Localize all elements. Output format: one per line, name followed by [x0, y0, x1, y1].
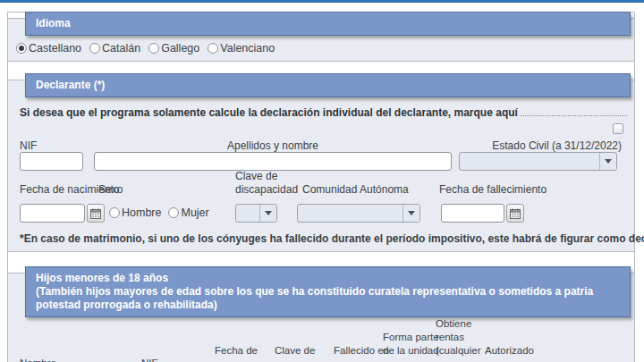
hijos-col-clave-discapacidad: Clave de [275, 345, 315, 356]
calendar-icon [90, 208, 101, 219]
sexo-radio-group: Hombre Mujer [109, 206, 209, 219]
hijos-col-obtiene-rentas-line2: rentas [436, 332, 464, 342]
chevron-down-icon [408, 211, 415, 215]
comunidad-select[interactable] [297, 204, 420, 223]
fecha-fallecimiento-label: Fecha de fallecimiento [439, 183, 547, 196]
clave-discapacidad-label-line2: discapacidad [235, 183, 298, 196]
fecha-nacimiento-calendar-button[interactable] [87, 204, 105, 223]
form-frame: Idioma Castellano Catalán Gallego Valen [7, 12, 635, 362]
estado-civil-dropdown-button[interactable] [599, 153, 616, 170]
sexo-option-hombre[interactable]: Hombre [109, 206, 161, 219]
idioma-option-catalan[interactable]: Catalán [89, 42, 140, 55]
fecha-fallecimiento-calendar-button[interactable] [506, 204, 524, 223]
section-idioma: Idioma Castellano Catalán Gallego Valen [8, 18, 634, 62]
idioma-radio-group: Castellano Catalán Gallego Valenciano [16, 42, 275, 55]
hijos-col-obtiene-rentas-line3: (cualquier [436, 345, 481, 356]
chevron-down-icon [605, 159, 612, 164]
hijos-col-forma-parte-line2: de la unidad [383, 345, 439, 356]
fecha-nacimiento-input[interactable] [20, 204, 85, 223]
sexo-label: Sexo [98, 183, 123, 196]
idioma-option-valenciano[interactable]: Valenciano [208, 42, 275, 55]
fecha-fallecimiento-input[interactable] [441, 204, 504, 223]
individual-declaration-checkbox[interactable] [613, 123, 623, 134]
hijos-col-fecha-nacimiento: Fecha de [215, 345, 258, 356]
hijos-col-obtiene-rentas: Obtiene [436, 318, 471, 329]
estado-civil-select[interactable] [459, 152, 617, 171]
individual-declaration-row: Si desea que el programa solamente calcu… [20, 106, 628, 119]
dotted-leader [520, 115, 628, 116]
radio-hombre-icon[interactable] [109, 207, 120, 218]
section-hijos: Hijos menores de 18 años (También hijos … [8, 273, 634, 362]
radio-castellano-icon[interactable] [16, 43, 27, 54]
radio-catalan-icon[interactable] [89, 43, 100, 54]
apellidos-input[interactable] [94, 152, 452, 171]
section-hijos-title-line2: (También hijos mayores de edad sobre los… [36, 285, 620, 312]
top-accent-bar [0, 0, 644, 3]
estado-civil-value [460, 153, 599, 170]
hijos-col-fallecido: Fallecido en [334, 345, 389, 356]
calendar-icon [510, 208, 521, 219]
individual-declaration-text: Si desea que el programa solamente calcu… [20, 106, 518, 119]
apellidos-label: Apellidos y nombre [94, 139, 452, 152]
clave-discapacidad-select[interactable] [235, 204, 277, 223]
hijos-col-forma-parte: Forma parte [383, 332, 439, 342]
section-declarante-header: Declarante (*) [25, 73, 631, 97]
idioma-option-gallego[interactable]: Gallego [148, 42, 199, 55]
section-hijos-header: Hijos menores de 18 años (También hijos … [25, 266, 631, 317]
form-page: Idioma Castellano Catalán Gallego Valen [0, 0, 644, 362]
chevron-down-icon [265, 211, 272, 215]
idioma-option-gallego-label: Gallego [161, 42, 199, 55]
radio-gallego-icon[interactable] [148, 43, 159, 54]
hijos-col-autorizado: Autorizado [485, 345, 534, 356]
clave-discapacidad-label-line1: Clave de [235, 170, 277, 182]
sexo-option-mujer[interactable]: Mujer [168, 206, 208, 219]
sexo-option-mujer-label: Mujer [181, 206, 208, 219]
idioma-option-castellano-label: Castellano [29, 42, 81, 55]
radio-valenciano-icon[interactable] [208, 43, 218, 54]
section-idioma-header: Idioma [25, 12, 631, 36]
radio-mujer-icon[interactable] [168, 207, 179, 218]
section-declarante-title: Declarante (*) [36, 79, 105, 91]
estado-civil-label: Estado Civil (a 31/12/2022) [455, 139, 622, 152]
comunidad-value [298, 205, 402, 222]
idioma-option-valenciano-label: Valenciano [220, 42, 275, 55]
clave-discapacidad-dropdown-button[interactable] [259, 205, 276, 222]
idioma-option-castellano[interactable]: Castellano [16, 42, 81, 55]
section-idioma-title: Idioma [36, 17, 71, 29]
section-declarante: Declarante (*) Si desea que el programa … [8, 80, 634, 252]
nif-label: NIF [20, 139, 37, 152]
section-hijos-title-line1: Hijos menores de 18 años [36, 272, 620, 285]
clave-discapacidad-value [236, 205, 259, 222]
hijos-col-nombre: Nombre [20, 358, 56, 362]
sexo-option-hombre-label: Hombre [122, 206, 161, 219]
nif-input[interactable] [20, 152, 83, 171]
matrimonio-footnote: *En caso de matrimonio, si uno de los có… [20, 232, 644, 245]
comunidad-label: Comunidad Autónoma [302, 183, 409, 196]
idioma-option-catalan-label: Catalán [102, 42, 140, 55]
comunidad-dropdown-button[interactable] [402, 205, 419, 222]
hijos-col-nif: NIF [141, 358, 158, 362]
